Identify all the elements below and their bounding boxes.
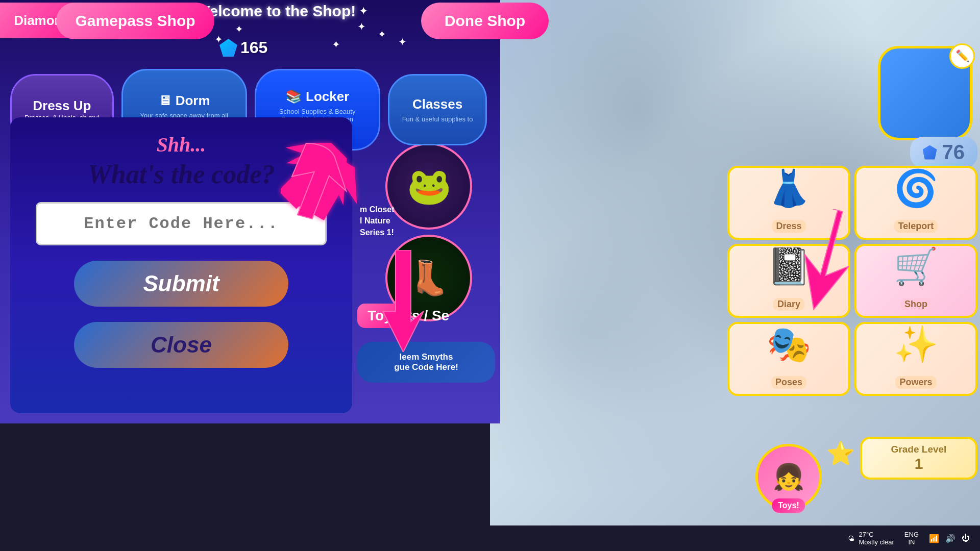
code-question: What's the code? bbox=[88, 159, 275, 189]
grade-label: Grade Level bbox=[867, 444, 970, 455]
close-label: Close bbox=[151, 332, 212, 358]
arrow-container-3 bbox=[789, 209, 865, 313]
wifi-icon: 📶 bbox=[929, 534, 939, 543]
shop-button[interactable]: 🛒 Shop bbox=[854, 244, 977, 318]
taskbar-weather: 🌤 27°C Mostly clear bbox=[848, 531, 894, 546]
done-shop-button[interactable]: Done Shop bbox=[421, 3, 549, 39]
poses-icon: 🎭 bbox=[767, 327, 811, 362]
star-icon: ⭐ bbox=[826, 440, 855, 467]
close-button[interactable]: Close bbox=[74, 322, 288, 368]
toys-badge: Toys! bbox=[772, 498, 805, 513]
teleport-label: Teleport bbox=[894, 220, 938, 233]
diamond-number: 165 bbox=[240, 38, 267, 57]
teleport-icon: 🌀 bbox=[894, 170, 938, 206]
arrow-container-1 bbox=[286, 143, 352, 221]
classes-title: Classes bbox=[412, 96, 462, 112]
temperature: 27°C bbox=[859, 531, 894, 538]
diamond-icon bbox=[219, 39, 237, 57]
weather-icon: 🌤 bbox=[848, 535, 854, 542]
number-badge: 76 bbox=[910, 137, 978, 168]
done-label: Done Shop bbox=[445, 12, 525, 30]
shop-icon: 🛒 bbox=[894, 248, 938, 284]
powers-icon: ✨ bbox=[894, 327, 938, 362]
arrow-container-2 bbox=[378, 250, 429, 354]
gamepass-shop-button[interactable]: Gamepass Shop bbox=[56, 3, 214, 39]
edit-icon[interactable]: ✏️ bbox=[949, 43, 975, 69]
taskbar-icons: 📶 🔊 ⏻ bbox=[929, 534, 970, 543]
nav-classes[interactable]: Classes Fun & useful supplies to bbox=[388, 74, 487, 145]
series-label: m Closet l Nature Series 1! bbox=[360, 204, 395, 238]
shop-label: Shop bbox=[900, 298, 932, 311]
taskbar: 🌤 27°C Mostly clear ENG IN 📶 🔊 ⏻ bbox=[0, 525, 980, 551]
grade-panel: Grade Level 1 bbox=[860, 437, 977, 480]
shh-text: Shh... bbox=[157, 133, 206, 157]
dorm-title: 🖥 Dorm bbox=[158, 93, 210, 109]
volume-icon: 🔊 bbox=[945, 534, 955, 543]
locker-icon: 📚 bbox=[285, 89, 302, 105]
poses-button[interactable]: 🎭 Poses bbox=[727, 322, 850, 396]
heart-inner: ✏️ bbox=[878, 46, 972, 140]
avatar: 👧 Toys! bbox=[755, 444, 822, 510]
dorm-icon: 🖥 bbox=[158, 93, 172, 109]
diamond-count-area: 165 bbox=[219, 38, 267, 57]
taskbar-lang: ENG IN bbox=[904, 531, 919, 546]
arrow-svg-1 bbox=[286, 143, 352, 219]
arrow-svg-3 bbox=[789, 209, 865, 311]
badge-diamond-icon bbox=[923, 145, 937, 160]
classes-sub: Fun & useful supplies to bbox=[402, 115, 473, 123]
heart-frame: ✏️ bbox=[878, 46, 972, 140]
grade-value: 1 bbox=[867, 455, 970, 472]
character-area: 👧 Toys! bbox=[755, 444, 822, 510]
frog-icon: 🐸 bbox=[407, 165, 451, 207]
dress-up-title: Dress Up bbox=[33, 98, 91, 114]
poses-label: Poses bbox=[771, 376, 806, 389]
header: Diamonds Gamepass Shop ✦ Welcome to the … bbox=[0, 0, 551, 51]
arrow-svg-2 bbox=[378, 250, 429, 352]
powers-button[interactable]: ✨ Powers bbox=[854, 322, 977, 396]
submit-label: Submit bbox=[143, 271, 219, 296]
welcome-label: Welcome to the Shop! bbox=[195, 3, 356, 20]
powers-label: Powers bbox=[895, 376, 936, 389]
sparkle-right: ✦ bbox=[359, 5, 368, 18]
weather-condition: Mostly clear bbox=[859, 538, 894, 546]
power-icon: ⏻ bbox=[962, 534, 970, 543]
badge-number: 76 bbox=[942, 141, 965, 164]
locker-title: 📚 Locker bbox=[285, 89, 349, 105]
redeem-line2: gue Code Here! bbox=[394, 362, 458, 372]
gamepass-label: Gamepass Shop bbox=[75, 12, 195, 30]
teleport-button[interactable]: 🌀 Teleport bbox=[854, 166, 977, 240]
dress-icon: 👗 bbox=[767, 170, 811, 206]
submit-button[interactable]: Submit bbox=[74, 261, 288, 307]
